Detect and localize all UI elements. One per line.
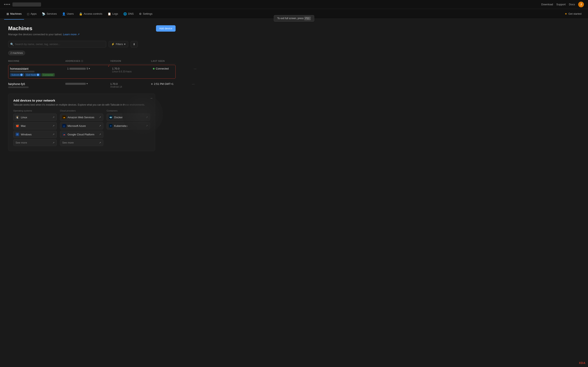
page-subtitle: Manage the devices connected to your tai… [8,33,176,36]
linux-icon: 🐧 [16,115,19,119]
gcp-item[interactable]: ☁ Google Cloud Platform ↗ [60,131,104,138]
nav-machines[interactable]: ⊞ Machines [4,11,24,17]
machine-name-2: fairphone-fp5 [8,82,65,86]
learn-more-link[interactable]: Learn more ↗ [63,33,80,36]
addresses-info-icon: ⓘ [81,60,83,62]
nav-dns[interactable]: 🌐 DNS [121,11,136,17]
subnets-info-icon: i [20,74,23,76]
address-extra: 5 [86,67,88,70]
search-icon: 🔍 [10,43,14,46]
support-link[interactable]: Support [556,3,566,6]
machine-ip-redacted [10,71,35,72]
cloud-column: Cloud providers ☁ Amazon Web Services ↗ … [60,109,104,146]
table-header: Machine Addresses ⓘ Version Last seen [8,58,176,64]
address-toggle[interactable]: ▾ [89,67,90,70]
linux-ext-link-icon: ↗ [52,116,54,119]
xda-watermark: XDA [579,361,586,365]
docker-icon: 🐳 [109,115,112,119]
address-toggle-2[interactable]: ▾ [86,82,88,85]
cloud-see-more[interactable]: See more ↗ [60,139,104,146]
nav-settings[interactable]: ⚙ Settings [137,11,155,17]
aws-icon: ☁ [62,115,66,119]
col-addresses: Addresses ⓘ [65,60,110,63]
download-button[interactable]: ⬇ [131,41,138,48]
top-bar: Download Support Docs J [0,0,588,9]
logs-icon: 📋 [108,12,111,16]
gcp-icon: ☁ [62,133,66,136]
machines-count-badge: 2 machines [8,51,25,55]
nav-access-controls[interactable]: 🔒 Access controls [77,11,105,17]
version-cell-2: 1.70.0 Android 14 [110,82,151,88]
linux-item[interactable]: 🐧 Linux ↗ [13,114,57,121]
mac-icon: 🍎 [16,124,19,128]
top-bar-right: Download Support Docs J [541,2,584,7]
page-title: Machines [8,25,176,32]
windows-icon: ⊞ [16,133,19,136]
os-col-title: Operating systems [13,109,57,112]
avatar[interactable]: J [578,2,584,7]
tag-subnets: Subnets i [10,73,24,76]
more-options-button-2[interactable]: ··· [192,82,204,86]
users-icon: 👤 [62,12,66,16]
os-column: Operating systems 🐧 Linux ↗ 🍎 Mac ↗ [13,109,57,146]
docs-link[interactable]: Docs [569,3,575,6]
nav-machines-label: Machines [10,12,22,15]
settings-icon: ⚙ [139,12,142,16]
nav-users-label: Users [67,12,74,15]
logo-text [12,2,41,7]
nav-services[interactable]: 📡 Services [39,11,59,17]
filters-button[interactable]: ⚡ Filters ▾ [109,41,128,47]
get-started-btn[interactable]: ★ Get started [562,11,584,17]
version-os-2: Android 14 [110,85,151,88]
windows-ext-link-icon: ↗ [52,133,54,136]
windows-item[interactable]: ⊞ Windows ↗ [13,131,57,138]
cloud-see-more-icon: ↗ [99,141,101,144]
nav-access-controls-label: Access controls [84,12,102,15]
address-cell-2: ▾ [65,82,110,85]
download-link[interactable]: Download [541,3,553,6]
nav-logs[interactable]: 📋 Logs [105,11,121,17]
machines-icon: ⊞ [7,12,9,16]
tooltip-key: F11 [304,17,311,20]
nav-settings-label: Settings [143,12,153,15]
mac-item[interactable]: 🍎 Mac ↗ [13,122,57,129]
tag-connector: Connector [42,73,55,76]
search-wrapper: 🔍 [8,41,106,48]
version-cell: 1.70.0 Linux 6.6.33-haos [112,67,153,73]
table-row: fairphone-fp5 ▾ 1.70.0 Android 14 2:51 P… [8,80,176,90]
chevron-down-icon: ▾ [124,43,126,46]
main-content: Add device Machines Manage the devices c… [0,19,184,158]
status-cell-2: 2:51 PM GMT+1 [151,82,192,85]
tag-exitnode: Exit Node i [25,73,41,76]
address-redacted [69,68,86,70]
top-bar-left [4,2,41,7]
os-see-more[interactable]: See more ↗ [13,139,57,146]
exitnode-info-icon: i [37,74,39,76]
toolbar: 🔍 ⚡ Filters ▾ ⬇ [8,41,176,48]
nav-apps[interactable]: ◻ Apps [25,11,39,17]
table-row-highlighted: homeassistant Subnets i Exit Node i Conn… [8,65,176,79]
machine-tags: Subnets i Exit Node i Connector [10,73,67,76]
add-device-button[interactable]: Add device [156,25,176,32]
col-last-seen: Last seen [151,60,192,63]
version-os: Linux 6.6.33-haos [112,70,153,73]
aws-item[interactable]: ☁ Amazon Web Services ↗ [60,114,104,121]
azure-icon: △ [62,124,66,128]
status-cell: Connected [153,67,194,70]
search-input[interactable] [8,41,106,48]
tooltip-bar: To exit full screen, press F11 [274,15,314,22]
more-options-button[interactable]: ··· [194,67,206,71]
k8s-icon: ⎈ [109,124,112,128]
azure-item[interactable]: △ Microsoft Azure ↗ [60,122,104,129]
os-see-more-icon: ↗ [52,141,54,144]
services-icon: 📡 [42,12,45,16]
apps-icon: ◻ [27,12,29,16]
nav-users[interactable]: 👤 Users [60,11,76,17]
cloud-col-title: Cloud providers [60,109,104,112]
nav-logs-label: Logs [112,12,118,15]
filter-icon: ⚡ [111,43,114,46]
col-machine: Machine [8,60,65,63]
panel-close-button[interactable]: − [150,96,153,100]
aws-ext-link-icon: ↗ [99,116,101,119]
dns-icon: 🌐 [123,12,127,16]
